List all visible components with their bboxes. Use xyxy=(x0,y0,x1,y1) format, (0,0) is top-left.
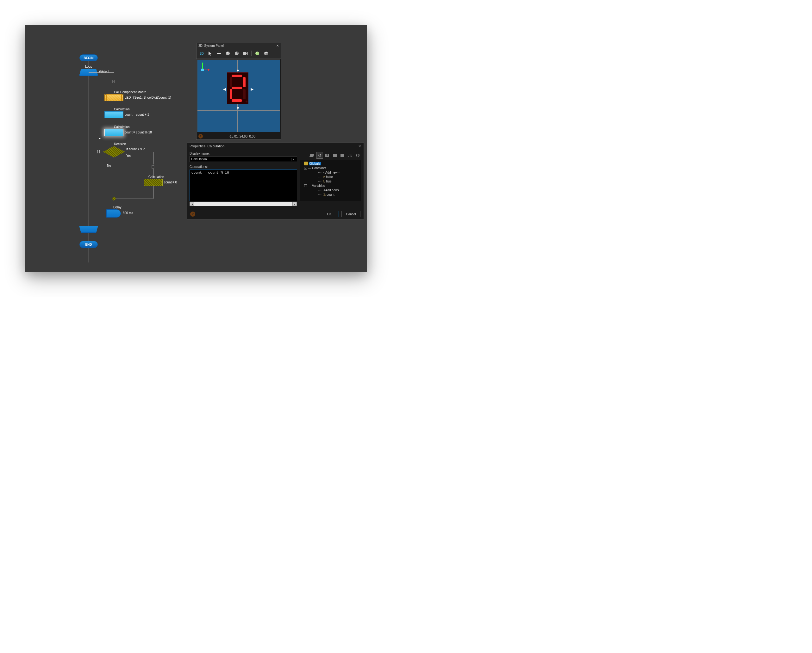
viewport-status-bar: ? -13.01, 24.60, 0.00 xyxy=(197,133,281,140)
tool-fx-icon[interactable]: ƒx xyxy=(346,152,354,159)
axis-widget-icon xyxy=(200,62,210,72)
viewport-3d[interactable]: ▲ ▼ ◀ ▶ xyxy=(197,59,280,132)
help-icon[interactable]: ? xyxy=(190,212,195,217)
macro-node[interactable] xyxy=(104,94,124,101)
cube-icon[interactable] xyxy=(262,50,270,57)
properties-titlebar[interactable]: Properties: Calculation ✕ xyxy=(187,143,363,150)
move-tool-icon[interactable] xyxy=(215,50,223,57)
decision-cond: If count > 9 ? xyxy=(126,148,145,151)
svg-marker-8 xyxy=(201,62,203,64)
tree-add-constant[interactable]: ····· <Add new> xyxy=(301,170,360,175)
properties-panel[interactable]: Properties: Calculation ✕ Display name: … xyxy=(187,142,364,219)
svg-point-0 xyxy=(226,52,230,55)
while-cond: While 1 xyxy=(99,70,110,74)
loop-end-node[interactable] xyxy=(79,226,98,233)
expand-constants-icon[interactable]: - xyxy=(304,167,307,169)
calc2-label: Calculation xyxy=(114,125,130,129)
calc3-label: Calculation xyxy=(148,175,164,179)
sphere-1-icon[interactable] xyxy=(223,50,232,57)
delay-text: 300 ms xyxy=(123,211,133,215)
globe-icon xyxy=(304,161,308,165)
cancel-button[interactable]: Cancel xyxy=(342,211,360,217)
tool-fdollar-icon[interactable]: ƒ$ xyxy=(354,152,361,159)
display-name-value: Calculation xyxy=(191,157,291,161)
calc2-node-selected[interactable] xyxy=(104,129,124,136)
app-window: BEGIN Loop While 1 [-] Call Component Ma… xyxy=(25,25,367,272)
nav-up-icon[interactable]: ▲ xyxy=(236,68,240,72)
svg-rect-15 xyxy=(340,154,344,157)
calc-scrollbar[interactable]: ◂ ▸ xyxy=(189,202,297,206)
svg-rect-11 xyxy=(201,68,204,71)
ok-button[interactable]: OK xyxy=(320,211,339,217)
calc1-label: Calculation xyxy=(114,108,130,111)
pointer-tool-icon[interactable] xyxy=(206,50,215,57)
tree-add-variable[interactable]: ····· <Add new> xyxy=(301,188,360,192)
display-name-dropdown[interactable]: Calculation ▾ xyxy=(189,156,297,162)
tool-code-icon[interactable]: x{ xyxy=(316,152,323,159)
tree-variables[interactable]: - — Variables xyxy=(301,183,360,188)
sphere-2-icon[interactable] xyxy=(232,50,241,57)
panel-3d-close-icon[interactable]: ✕ xyxy=(276,44,279,47)
exec-arrow-icon: ▸ xyxy=(99,136,101,140)
begin-label: BEGIN xyxy=(84,56,94,60)
svg-rect-14 xyxy=(333,154,337,157)
decision-node[interactable] xyxy=(103,146,125,157)
tree-globals[interactable]: Globals xyxy=(301,161,360,166)
panel-3d[interactable]: 3D: System Panel ✕ 3D xyxy=(196,43,281,140)
camera-1-icon[interactable] xyxy=(241,50,250,57)
panel-3d-tab[interactable]: 3D xyxy=(198,52,206,55)
svg-rect-3 xyxy=(237,52,239,53)
collapse-yes[interactable]: [-] xyxy=(151,165,154,169)
decision-label: Decision xyxy=(114,142,126,146)
seven-segment-display xyxy=(227,72,249,104)
coords-readout: -13.01, 24.60, 0.00 xyxy=(205,135,279,138)
end-label: END xyxy=(85,243,92,247)
panel-3d-titlebar[interactable]: 3D: System Panel ✕ xyxy=(197,43,281,49)
delay-label: Delay xyxy=(113,205,122,209)
calc1-node[interactable] xyxy=(104,111,124,118)
svg-point-6 xyxy=(256,52,257,53)
calc2-text: count = count % 10 xyxy=(125,131,152,134)
nav-left-icon[interactable]: ◀ xyxy=(222,87,227,91)
calc3-text: count = 0 xyxy=(164,181,177,184)
scroll-right-icon[interactable]: ▸ xyxy=(292,202,297,206)
no-label: No xyxy=(107,164,111,167)
svg-point-5 xyxy=(255,52,259,55)
macro-text: LED_7Seg1::ShowDigit(count, 1) xyxy=(125,96,171,99)
begin-node[interactable]: BEGIN xyxy=(79,55,98,61)
collapse-1[interactable]: [-] xyxy=(112,80,115,83)
nav-right-icon[interactable]: ▶ xyxy=(250,87,254,91)
tool-box3-icon[interactable] xyxy=(339,152,346,159)
calculations-textarea[interactable] xyxy=(189,169,297,201)
loop-label: Loop xyxy=(85,65,92,68)
tree-constants[interactable]: - — Constants xyxy=(301,166,360,170)
dropdown-arrow-icon: ▾ xyxy=(291,158,296,161)
tool-box2-icon[interactable] xyxy=(331,152,338,159)
svg-rect-4 xyxy=(243,52,246,55)
properties-title-text: Properties: Calculation xyxy=(189,144,225,148)
calculations-label: Calculations: xyxy=(189,165,297,169)
properties-footer: ? OK Cancel xyxy=(187,209,363,219)
tree-const-true[interactable]: ····· b true xyxy=(301,179,360,183)
display-name-label: Display name: xyxy=(189,152,297,155)
calc3-node[interactable] xyxy=(143,179,163,186)
tool-box1-icon[interactable] xyxy=(324,152,331,159)
tree-const-false[interactable]: ····· b false xyxy=(301,175,360,179)
tool-parallelogram-icon[interactable] xyxy=(308,152,316,159)
properties-close-icon[interactable]: ✕ xyxy=(358,144,361,148)
panel-3d-title-text: 3D: System Panel xyxy=(198,44,224,47)
delay-node[interactable] xyxy=(106,209,121,218)
svg-marker-10 xyxy=(208,69,210,71)
tree-var-count[interactable]: ····· B count xyxy=(301,192,360,197)
scroll-left-icon[interactable]: ◂ xyxy=(190,202,194,206)
status-help-icon[interactable]: ? xyxy=(198,134,203,139)
collapse-dec[interactable]: [-] xyxy=(97,150,100,153)
variable-tools: x{ ƒx ƒ$ xyxy=(300,152,361,159)
svg-rect-13 xyxy=(327,154,328,156)
variable-tree[interactable]: Globals - — Constants ····· <Add new> ··… xyxy=(300,160,361,201)
sphere-3-icon[interactable] xyxy=(253,50,262,57)
expand-variables-icon[interactable]: - xyxy=(304,184,307,187)
nav-down-icon[interactable]: ▼ xyxy=(236,106,240,110)
end-node[interactable]: END xyxy=(79,241,98,248)
calc1-text: count = count + 1 xyxy=(125,113,149,116)
